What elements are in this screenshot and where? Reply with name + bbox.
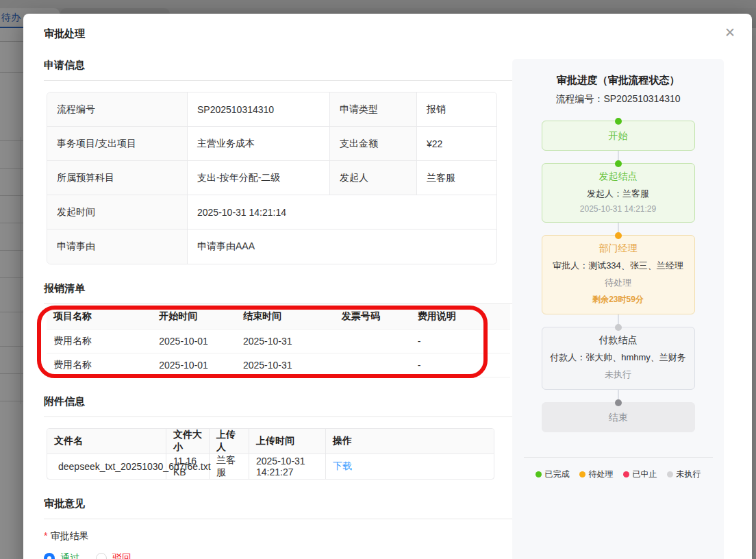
info-label: 所属预算科目 xyxy=(47,161,188,195)
section-title-expense-list: 报销清单 xyxy=(44,282,510,295)
node-countdown: 剩余23时59分 xyxy=(548,294,689,306)
flow-node-end: 结束 xyxy=(542,402,695,432)
info-label: 事务项目/支出项目 xyxy=(47,127,188,161)
table-row: 申请事由 申请事由AAA xyxy=(47,229,496,264)
modal-content-pane: 申请信息 流程编号 SP202510314310 申请类型 报销 事务项目/支出… xyxy=(44,59,510,559)
info-label: 流程编号 xyxy=(47,92,188,127)
legend-dot-pending xyxy=(579,471,585,477)
modal-title: 审批处理 xyxy=(44,27,85,40)
section-divider xyxy=(44,417,516,417)
legend-divider xyxy=(524,457,713,458)
status-dot-completed xyxy=(615,160,622,167)
table-header-row: 项目名称 开始时间 结束时间 发票号码 费用说明 金额 xyxy=(47,304,510,329)
node-person: 付款人：张大帅、hmhmy、兰财务 xyxy=(548,351,689,364)
info-value: 报销 xyxy=(417,92,496,127)
node-title: 开始 xyxy=(609,130,628,141)
node-status: 未执行 xyxy=(548,369,689,381)
info-label: 申请事由 xyxy=(47,229,188,264)
cell: 2025-10-01 xyxy=(152,353,236,377)
info-label: 发起人 xyxy=(330,161,417,195)
column-header: 文件大小 xyxy=(166,429,210,454)
table-row: 事务项目/支出项目 主营业务成本 支出金额 ¥22 xyxy=(47,127,496,161)
table-row: 流程编号 SP202510314310 申请类型 报销 xyxy=(47,92,496,127)
node-title: 结束 xyxy=(609,412,628,423)
cell xyxy=(335,329,411,353)
radio-approve[interactable]: 通过 xyxy=(44,552,79,559)
info-value: 申请事由AAA xyxy=(188,229,496,264)
table-header-row: 文件名 文件大小 上传人 上传时间 操作 xyxy=(47,429,494,454)
info-value: 兰客服 xyxy=(417,161,496,195)
status-dot-not-executed xyxy=(615,324,622,331)
column-header: 结束时间 xyxy=(236,304,335,329)
node-person: 审批人：测试334、张三、兰经理 xyxy=(548,260,689,272)
table-row: 所属预算科目 支出-按年分配-二级 发起人 兰客服 xyxy=(47,161,496,195)
info-label: 发起时间 xyxy=(47,195,188,229)
table-row: 费用名称 2025-10-01 2025-10-31 - xyxy=(47,329,510,353)
cell: - xyxy=(411,329,510,353)
column-header: 费用说明 xyxy=(411,304,510,329)
info-value: 支出-按年分配-二级 xyxy=(188,161,330,195)
radio-reject[interactable]: 驳回 xyxy=(96,552,131,559)
download-link[interactable]: 下载 xyxy=(333,460,352,471)
node-time: 2025-10-31 14:21:29 xyxy=(548,204,689,214)
close-icon[interactable]: ✕ xyxy=(722,25,738,41)
legend-item-not-executed: 未执行 xyxy=(667,469,701,480)
info-value: 主营业务成本 xyxy=(188,127,330,161)
section-title-attachments: 附件信息 xyxy=(44,395,510,408)
progress-process-number: 流程编号：SP202510314310 xyxy=(512,93,724,105)
radio-reject-button[interactable] xyxy=(96,553,107,559)
node-status: 待处理 xyxy=(548,277,689,289)
apply-info-table: 流程编号 SP202510314310 申请类型 报销 事务项目/支出项目 主营… xyxy=(47,92,497,264)
cell: 2025-10-01 xyxy=(152,329,236,353)
cell xyxy=(335,353,411,377)
cell: 费用名称 xyxy=(47,353,152,377)
node-title: 发起结点 xyxy=(548,171,689,183)
column-header: 项目名称 xyxy=(47,304,152,329)
attachments-table: 文件名 文件大小 上传人 上传时间 操作 deepseek_txt_202510… xyxy=(47,428,494,480)
table-row: deepseek_txt_20251030_6d7f6e.txt 11.16 K… xyxy=(47,454,494,479)
approval-progress-panel: 审批进度（审批流程状态） 流程编号：SP202510314310 开始 发起结点… xyxy=(512,59,724,559)
file-uploader: 兰客服 xyxy=(210,454,249,479)
radio-reject-label: 驳回 xyxy=(112,552,131,559)
column-header: 上传时间 xyxy=(249,429,326,454)
legend-item-completed: 已完成 xyxy=(536,469,570,480)
required-mark: * xyxy=(44,530,47,541)
info-label: 申请类型 xyxy=(330,92,417,127)
amount-value: ¥22 xyxy=(417,127,496,161)
section-title-apply-info: 申请信息 xyxy=(44,59,510,72)
info-value: 2025-10-31 14:21:14 xyxy=(188,195,496,229)
cell: 2025-10-31 xyxy=(236,329,335,353)
approval-result-options: 通过 驳回 xyxy=(44,552,510,559)
column-header: 操作 xyxy=(326,429,494,454)
legend-dot-completed xyxy=(536,471,542,477)
approval-result-label: *审批结果 xyxy=(44,530,510,543)
radio-approve-button[interactable] xyxy=(44,553,55,559)
table-row: 费用名称 2025-10-01 2025-10-31 - xyxy=(47,353,510,377)
info-label: 支出金额 xyxy=(330,127,417,161)
status-dot-completed xyxy=(615,118,622,125)
legend-dot-aborted xyxy=(623,471,629,477)
cell: - xyxy=(411,353,510,377)
section-title-opinion: 审批意见 xyxy=(44,497,510,510)
approval-modal: 审批处理 ✕ 申请信息 流程编号 SP202510314310 申请类型 报销 … xyxy=(23,14,752,559)
info-value: SP202510314310 xyxy=(188,92,330,127)
workflow-diagram: 开始 发起结点 发起人：兰客服 2025-10-31 14:21:29 部门经理… xyxy=(512,121,724,432)
flow-node-start: 开始 xyxy=(542,121,695,151)
expense-table-clip: 项目名称 开始时间 结束时间 发票号码 费用说明 金额 费用名称 2025-10… xyxy=(44,304,510,377)
legend-item-pending: 待处理 xyxy=(579,469,614,480)
section-divider xyxy=(44,519,516,519)
column-header: 开始时间 xyxy=(152,304,236,329)
legend-dot-not-executed xyxy=(667,471,673,477)
cell: 2025-10-31 xyxy=(236,353,335,377)
node-title: 部门经理 xyxy=(548,243,689,255)
column-header: 发票号码 xyxy=(335,304,411,329)
node-person: 发起人：兰客服 xyxy=(548,188,689,200)
node-title: 付款结点 xyxy=(548,334,689,347)
table-row: 发起时间 2025-10-31 14:21:14 xyxy=(47,195,496,229)
status-dot-not-executed xyxy=(615,399,622,406)
status-dot-pending xyxy=(615,232,622,239)
flow-node-payment: 付款结点 付款人：张大帅、hmhmy、兰财务 未执行 xyxy=(542,327,695,390)
column-header: 上传人 xyxy=(210,429,249,454)
expense-table: 项目名称 开始时间 结束时间 发票号码 费用说明 金额 费用名称 2025-10… xyxy=(47,304,510,377)
section-divider xyxy=(44,80,516,81)
